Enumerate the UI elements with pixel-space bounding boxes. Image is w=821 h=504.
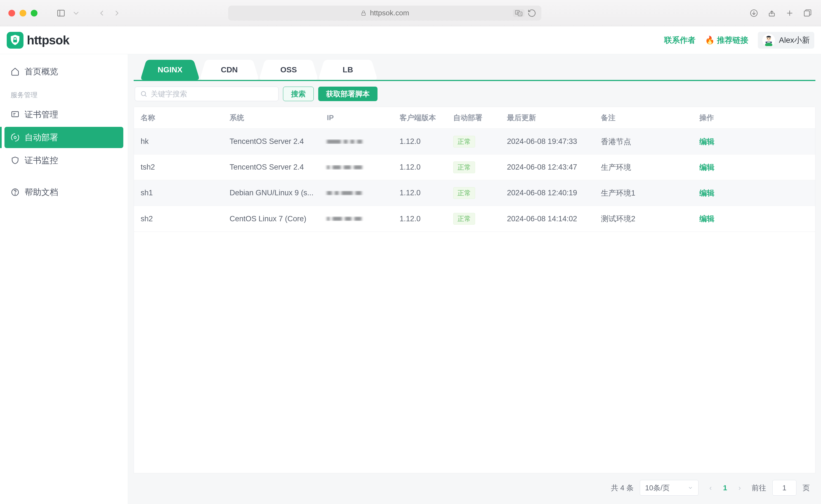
- tab-nginx[interactable]: NGINX: [137, 60, 202, 80]
- brand-text: httpsok: [27, 33, 69, 47]
- svg-text:SSL: SSL: [13, 37, 17, 39]
- edit-button[interactable]: 编辑: [699, 214, 715, 224]
- svg-point-23: [14, 136, 16, 139]
- ip-redacted: [320, 139, 393, 144]
- ip-redacted: [320, 217, 393, 221]
- prev-page-button[interactable]: ‹: [705, 484, 717, 492]
- svg-text:文: 文: [516, 11, 519, 14]
- status-badge: 正常: [453, 136, 475, 148]
- svg-rect-0: [58, 10, 64, 16]
- next-page-button[interactable]: ›: [734, 484, 746, 492]
- contact-author-link[interactable]: 联系作者: [664, 35, 696, 46]
- fire-icon: 🔥: [705, 35, 715, 45]
- col-auto-deploy: 自动部署: [447, 113, 500, 123]
- goto-page-input[interactable]: 1: [772, 480, 796, 496]
- sidebar-item-auto-deploy[interactable]: 自动部署: [4, 127, 123, 148]
- tab-overview-icon[interactable]: [803, 8, 813, 18]
- get-deploy-script-button[interactable]: 获取部署脚本: [318, 87, 378, 101]
- user-name: Alex小新: [779, 35, 810, 46]
- svg-rect-20: [12, 111, 18, 117]
- col-remark: 备注: [594, 113, 693, 123]
- sidebar: 首页概览 服务管理 证书管理 自动部署 证书监控 帮助文档: [0, 54, 128, 504]
- svg-rect-13: [804, 11, 810, 16]
- table-row: sh1 Debian GNU/Linux 9 (s... 1.12.0 正常 2…: [134, 180, 815, 206]
- page-suffix: 页: [803, 483, 810, 493]
- search-button[interactable]: 搜索: [283, 87, 314, 101]
- edit-button[interactable]: 编辑: [699, 188, 715, 198]
- total-count: 共 4 条: [611, 483, 634, 493]
- svg-point-19: [769, 38, 770, 39]
- table-header: 名称 系统 IP 客户端版本 自动部署 最后更新 备注 操作: [134, 107, 815, 129]
- svg-rect-14: [13, 40, 17, 42]
- home-icon: [11, 67, 20, 76]
- window-close-button[interactable]: [8, 10, 15, 16]
- new-tab-icon[interactable]: [785, 8, 795, 18]
- svg-point-26: [141, 91, 145, 96]
- status-badge: 正常: [453, 213, 475, 225]
- table-row: hk TencentOS Server 2.4 1.12.0 正常 2024-0…: [134, 129, 815, 154]
- recommend-link[interactable]: 🔥 推荐链接: [705, 35, 748, 46]
- table-row: tsh2 TencentOS Server 2.4 1.12.0 正常 2024…: [134, 154, 815, 180]
- search-icon: [140, 90, 147, 98]
- browser-toolbar: httpsok.com 文A: [0, 0, 821, 26]
- deploy-icon: [11, 133, 20, 142]
- col-client-version: 客户端版本: [393, 113, 447, 123]
- user-menu[interactable]: Alex小新: [758, 32, 814, 49]
- chevron-down-icon[interactable]: [71, 8, 81, 18]
- ip-redacted: [320, 165, 393, 170]
- back-button[interactable]: [97, 8, 107, 18]
- sidebar-item-cert-mgmt[interactable]: 证书管理: [0, 103, 128, 126]
- svg-text:A: A: [519, 12, 521, 15]
- svg-rect-2: [362, 13, 365, 15]
- sidebar-item-dashboard[interactable]: 首页概览: [0, 60, 128, 83]
- tab-lb[interactable]: LB: [316, 60, 380, 80]
- sidebar-item-cert-monitor[interactable]: 证书监控: [0, 149, 128, 172]
- help-icon: [11, 188, 20, 197]
- status-badge: 正常: [453, 187, 475, 199]
- lock-icon: [360, 10, 367, 16]
- pagination: 共 4 条 10条/页 ‹ 1 › 前往 1 页: [128, 473, 821, 496]
- svg-point-25: [15, 194, 15, 194]
- url-host: httpsok.com: [370, 9, 409, 17]
- ip-redacted: [320, 191, 393, 195]
- search-input[interactable]: 关键字搜索: [135, 87, 279, 101]
- svg-line-27: [145, 95, 146, 96]
- search-placeholder: 关键字搜索: [151, 89, 187, 99]
- servers-table: 名称 系统 IP 客户端版本 自动部署 最后更新 备注 操作 hk Tencen…: [134, 107, 815, 232]
- certificate-icon: [11, 110, 20, 119]
- window-minimize-button[interactable]: [20, 10, 26, 16]
- edit-button[interactable]: 编辑: [699, 162, 715, 172]
- address-bar[interactable]: httpsok.com 文A: [228, 6, 541, 21]
- svg-point-18: [767, 38, 768, 39]
- sidebar-toggle-icon[interactable]: [56, 8, 66, 18]
- shield-icon: [11, 156, 20, 165]
- translate-icon[interactable]: 文A: [513, 9, 524, 17]
- deploy-tabs: NGINX CDN OSS LB: [128, 54, 821, 80]
- col-system: 系统: [223, 113, 320, 123]
- app-header: SSL httpsok 联系作者 🔥 推荐链接 Alex小新: [0, 26, 821, 54]
- col-name: 名称: [134, 113, 223, 123]
- tab-cdn[interactable]: CDN: [197, 60, 262, 80]
- col-last-update: 最后更新: [500, 113, 594, 123]
- col-ip: IP: [320, 113, 393, 122]
- status-badge: 正常: [453, 161, 475, 173]
- sidebar-section-services: 服务管理: [0, 83, 128, 103]
- page-size-select[interactable]: 10条/页: [640, 480, 699, 496]
- chevron-down-icon: [688, 485, 693, 491]
- page-number[interactable]: 1: [719, 484, 731, 492]
- table-row: sh2 CentOS Linux 7 (Core) 1.12.0 正常 2024…: [134, 206, 815, 232]
- reload-icon[interactable]: [527, 8, 537, 18]
- downloads-icon[interactable]: [749, 8, 759, 18]
- logo-icon: SSL: [7, 32, 23, 49]
- goto-label: 前往: [752, 483, 766, 493]
- window-zoom-button[interactable]: [31, 10, 37, 16]
- avatar: [762, 34, 775, 47]
- sidebar-item-help[interactable]: 帮助文档: [0, 181, 128, 203]
- share-icon[interactable]: [767, 8, 777, 18]
- col-action: 操作: [693, 113, 815, 123]
- forward-button[interactable]: [112, 8, 122, 18]
- tab-oss[interactable]: OSS: [256, 60, 321, 80]
- edit-button[interactable]: 编辑: [699, 137, 715, 147]
